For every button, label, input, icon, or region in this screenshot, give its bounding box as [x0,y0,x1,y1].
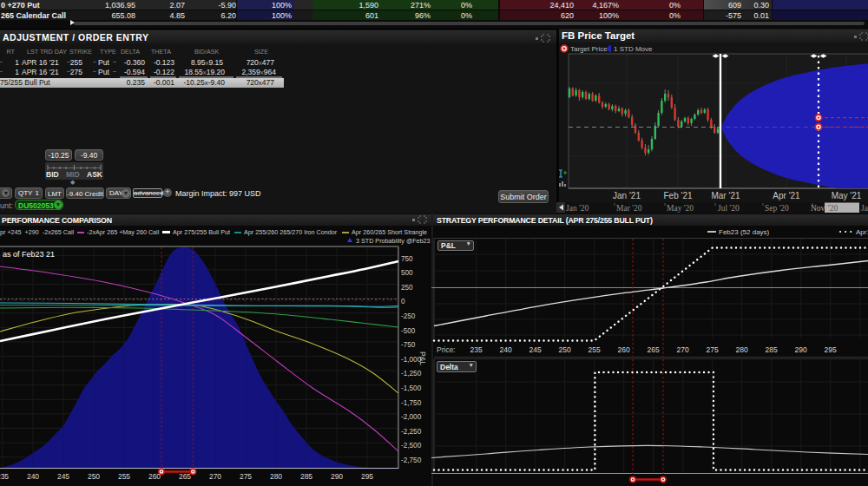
svg-text:255: 255 [118,472,130,481]
svg-text:Mar '20: Mar '20 [616,204,642,213]
svg-text:280: 280 [270,472,282,481]
svg-text:Apr16: Apr16 [856,228,868,236]
svg-text:290: 290 [331,472,343,481]
svg-text:'20: '20 [828,204,838,213]
svg-text:250: 250 [88,472,100,481]
svg-text:-750: -750 [401,341,416,349]
svg-text:Feb '21: Feb '21 [663,191,692,200]
svg-text:-2,750: -2,750 [401,456,422,464]
svg-text:Mar '21: Mar '21 [711,191,740,200]
svg-text:-1,500: -1,500 [401,384,422,392]
svg-text:255: 255 [589,345,601,354]
svg-text:295: 295 [825,345,837,354]
svg-text:240: 240 [27,472,39,481]
svg-text:260: 260 [148,472,161,481]
svg-text:-2,000: -2,000 [401,413,422,421]
svg-text:245: 245 [529,345,542,354]
svg-text:May '21: May '21 [832,191,862,200]
svg-text:235: 235 [0,472,9,481]
svg-text:750: 750 [401,255,413,263]
svg-text:-1,250: -1,250 [401,370,422,378]
svg-text:-500: -500 [401,327,416,335]
svg-text:295: 295 [361,472,373,481]
svg-text:250: 250 [401,284,413,292]
svg-text:-2,250: -2,250 [401,428,422,436]
svg-text:275: 275 [240,472,252,481]
svg-text:as of Feb23 21: as of Feb23 21 [3,250,55,259]
svg-text:500: 500 [401,269,413,277]
svg-text:Sep '20: Sep '20 [765,204,789,213]
svg-text:270: 270 [209,472,221,481]
svg-text:Ja: Ja [861,204,868,213]
svg-text:-250: -250 [401,312,416,320]
svg-text:Jan '20: Jan '20 [566,204,589,213]
svg-text:290: 290 [795,345,807,354]
svg-text:1 STD Move: 1 STD Move [614,45,653,53]
svg-text:235: 235 [470,345,483,354]
svg-text:Apr '21: Apr '21 [773,191,800,200]
svg-text:-2,500: -2,500 [401,442,422,450]
svg-text:Jul '20: Jul '20 [718,204,740,213]
svg-text:265: 265 [648,345,660,354]
svg-text:250: 250 [559,345,571,354]
svg-text:265: 265 [179,472,191,481]
svg-text:240: 240 [500,345,512,354]
svg-text:P&L: P&L [418,351,427,365]
svg-text:260: 260 [618,345,630,354]
svg-text:Jan '21: Jan '21 [613,191,641,200]
svg-text:-1,750: -1,750 [401,399,422,407]
svg-text:270: 270 [677,345,689,354]
svg-text:0: 0 [401,298,405,305]
svg-text:245: 245 [57,472,69,481]
svg-text:285: 285 [300,472,312,481]
svg-text:Price:: Price: [437,345,456,354]
svg-text:280: 280 [736,345,748,354]
svg-text:275: 275 [707,345,719,354]
svg-text:Feb23 (52 days): Feb23 (52 days) [719,228,770,236]
svg-text:Target Price: Target Price [570,45,608,53]
svg-text:285: 285 [766,345,778,354]
svg-text:May '20: May '20 [667,204,694,213]
